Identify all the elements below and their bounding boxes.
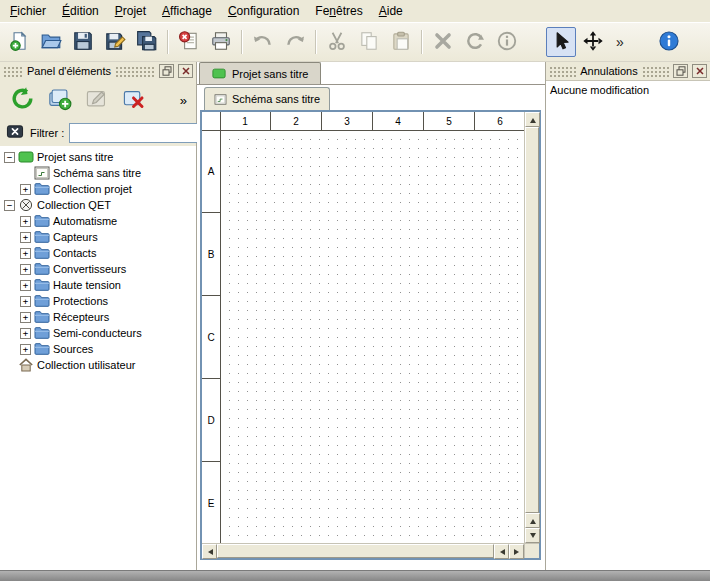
menu-fichier[interactable]: Fichier <box>2 1 54 21</box>
tree-item-sources[interactable]: +Sources <box>0 341 196 357</box>
filter-label: Filtrer : <box>30 127 64 139</box>
close-document-icon <box>178 30 200 55</box>
close-panel-button[interactable] <box>178 64 193 78</box>
save-button[interactable] <box>68 27 98 57</box>
schema-grid[interactable] <box>221 131 524 543</box>
tree-item-label: Automatisme <box>53 215 117 227</box>
row-label-b: B <box>202 213 220 296</box>
save-all-button[interactable] <box>132 27 162 57</box>
undo-button <box>248 27 278 57</box>
open-button[interactable] <box>36 27 66 57</box>
pan-mode-button[interactable] <box>578 27 608 57</box>
statusbar <box>0 570 710 581</box>
float-panel-button[interactable] <box>673 64 688 78</box>
tree-item-convertisseurs[interactable]: +Convertisseurs <box>0 261 196 277</box>
tree-item-collection-utilisateur[interactable]: Collection utilisateur <box>0 357 196 373</box>
vscroll-down-button[interactable] <box>525 528 540 543</box>
expand-icon[interactable]: + <box>20 184 31 195</box>
expand-icon[interactable]: + <box>20 328 31 339</box>
toolbar-group: » <box>546 27 630 57</box>
tree-item-label: Collection projet <box>53 183 132 195</box>
tab-projet-sans-titre[interactable]: Projet sans titre <box>199 62 321 84</box>
menu-configuration[interactable]: Configuration <box>220 1 307 21</box>
elements-panel-toolbar: » <box>0 80 196 120</box>
undo-panel: Annulations Aucune modification <box>545 62 710 570</box>
vscroll-up-button[interactable] <box>525 513 540 528</box>
tree-item-collection-projet[interactable]: +Collection projet <box>0 181 196 197</box>
tree-item-automatisme[interactable]: +Automatisme <box>0 213 196 229</box>
close-file-button[interactable] <box>174 27 204 57</box>
undo-list[interactable]: Aucune modification <box>546 80 710 570</box>
new-document-button[interactable] <box>4 27 34 57</box>
tree-item-semi-conducteurs[interactable]: +Semi-conducteurs <box>0 325 196 341</box>
close-panel-button[interactable] <box>692 64 707 78</box>
selection-mode-button[interactable] <box>546 27 576 57</box>
reload-collections-button[interactable] <box>6 84 38 116</box>
left-arrow-icon <box>205 549 213 555</box>
tree-item-recepteurs[interactable]: +Récepteurs <box>0 309 196 325</box>
hscroll-right-button[interactable] <box>509 544 524 559</box>
redo-arrow-icon <box>284 30 306 55</box>
expand-icon[interactable]: + <box>20 248 31 259</box>
tree-item-collection-qet[interactable]: −Collection QET <box>0 197 196 213</box>
menu-aide[interactable]: Aide <box>371 1 411 21</box>
row-header: ABCDE <box>202 130 221 543</box>
expand-icon[interactable]: + <box>20 296 31 307</box>
horizontal-scrollbar[interactable] <box>202 543 524 558</box>
folder-icon <box>34 342 50 356</box>
print-button[interactable] <box>206 27 236 57</box>
folder-icon <box>34 182 50 196</box>
expand-icon[interactable]: + <box>20 264 31 275</box>
schema-icon <box>214 94 227 105</box>
delete-selection-button <box>428 27 458 57</box>
tree-item-contacts[interactable]: +Contacts <box>0 245 196 261</box>
paste-button <box>386 27 416 57</box>
hscroll-left-button[interactable] <box>202 544 217 559</box>
delete-element-icon <box>121 86 146 114</box>
schema-canvas[interactable]: 123456 ABCDE <box>202 112 524 543</box>
project-tabbar: Projet sans titre <box>197 62 545 85</box>
tree-item-protections[interactable]: +Protections <box>0 293 196 309</box>
row-label-a: A <box>202 130 220 213</box>
expand-icon[interactable]: + <box>20 280 31 291</box>
new-element-button[interactable] <box>43 84 75 116</box>
qet-icon <box>18 198 34 212</box>
dock-grip <box>115 66 155 77</box>
toolbar-group <box>654 27 684 57</box>
elements-panel-titlebar[interactable]: Panel d'éléments <box>0 62 196 80</box>
toolbar-group <box>4 27 162 57</box>
float-panel-button[interactable] <box>159 64 174 78</box>
vscroll-thumb[interactable] <box>525 127 539 513</box>
folder-icon <box>34 262 50 276</box>
tree-item-label: Récepteurs <box>53 311 109 323</box>
menu-projet[interactable]: Projet <box>107 1 154 21</box>
undo-panel-titlebar[interactable]: Annulations <box>546 62 710 80</box>
vertical-scrollbar[interactable] <box>524 112 539 543</box>
tab-schema-sans-titre[interactable]: Schéma sans titre <box>204 87 330 110</box>
dock-grip <box>3 66 23 77</box>
elements-toolbar-overflow[interactable]: » <box>180 93 190 108</box>
collapse-icon[interactable]: − <box>4 152 15 163</box>
clear-filter-button[interactable] <box>5 124 25 143</box>
toolbar-extension-button[interactable]: » <box>610 27 630 57</box>
tree-item-projet-sans-titre[interactable]: −Projet sans titre <box>0 149 196 165</box>
expand-icon[interactable]: + <box>20 312 31 323</box>
menu-edition[interactable]: Édition <box>54 1 107 21</box>
tree-item-capteurs[interactable]: +Capteurs <box>0 229 196 245</box>
menu-fenetres[interactable]: Fenêtres <box>307 1 370 21</box>
expand-icon[interactable]: + <box>20 232 31 243</box>
menu-affichage[interactable]: Affichage <box>154 1 220 21</box>
delete-element-button[interactable] <box>117 84 149 116</box>
about-button[interactable] <box>654 27 684 57</box>
expand-icon[interactable]: + <box>20 344 31 355</box>
tree-item-schema-sans-titre[interactable]: Schéma sans titre <box>0 165 196 181</box>
tree-item-haute-tension[interactable]: +Haute tension <box>0 277 196 293</box>
save-as-button[interactable] <box>100 27 130 57</box>
menubar: FichierÉditionProjetAffichageConfigurati… <box>0 0 710 22</box>
hscroll-thumb[interactable] <box>217 544 494 558</box>
collapse-icon[interactable]: − <box>4 200 15 211</box>
vscroll-up-top-button[interactable] <box>525 112 540 127</box>
expand-icon[interactable]: + <box>20 216 31 227</box>
hscroll-left-end-button[interactable] <box>494 544 509 559</box>
dock-grip <box>549 66 576 77</box>
